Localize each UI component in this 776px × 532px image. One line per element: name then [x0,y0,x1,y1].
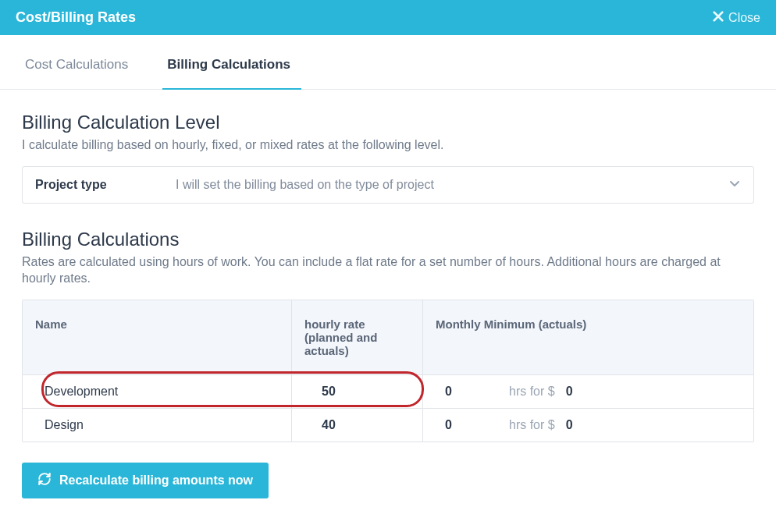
cell-name: Development [23,375,292,408]
refresh-icon [37,472,52,489]
col-header-name: Name [23,300,292,374]
tab-bar: Cost Calculations Billing Calculations [0,35,776,90]
min-hours-label: hrs for $ [509,385,555,399]
rates-table: Name hourly rate (planned and actuals) M… [22,300,754,442]
min-hours-input[interactable]: 0 [436,418,509,432]
min-amount-input[interactable]: 0 [555,418,573,432]
billing-calculations-subtext: Rates are calculated using hours of work… [22,254,754,287]
chevron-down-icon [728,177,741,193]
min-hours-label: hrs for $ [509,418,555,432]
billing-level-subtext: I calculate billing based on hourly, fix… [22,137,754,154]
billing-level-select-label: Project type [35,178,176,192]
modal-title: Cost/Billing Rates [16,9,136,26]
recalculate-label: Recalculate billing amounts now [59,473,253,488]
min-amount-input[interactable]: 0 [555,385,573,399]
cell-monthly-minimum: 0 hrs for $ 0 [423,375,753,408]
billing-calculations-section: Billing Calculations Rates are calculate… [22,229,754,498]
cell-name: Design [23,409,292,442]
billing-level-select[interactable]: Project type I will set the billing base… [22,166,754,204]
billing-level-section: Billing Calculation Level I calculate bi… [22,112,754,204]
table-row: Design 40 0 hrs for $ 0 [23,408,753,442]
billing-level-heading: Billing Calculation Level [22,112,754,133]
cell-hourly-rate[interactable]: 40 [292,409,423,442]
close-icon [713,11,724,25]
tab-billing-calculations[interactable]: Billing Calculations [162,49,301,90]
close-label: Close [728,11,760,25]
modal-header: Cost/Billing Rates Close [0,0,776,35]
tab-cost-calculations[interactable]: Cost Calculations [20,49,139,89]
billing-calculations-heading: Billing Calculations [22,229,754,250]
table-row: Development 50 0 hrs for $ 0 [23,374,753,408]
table-header-row: Name hourly rate (planned and actuals) M… [23,300,753,374]
col-header-rate: hourly rate (planned and actuals) [292,300,423,374]
billing-level-select-value: I will set the billing based on the type… [176,178,728,192]
content-area: Billing Calculation Level I calculate bi… [0,90,776,514]
recalculate-button[interactable]: Recalculate billing amounts now [22,463,269,498]
cell-hourly-rate[interactable]: 50 [292,375,423,408]
min-hours-input[interactable]: 0 [436,385,509,399]
close-button[interactable]: Close [713,11,760,25]
cell-monthly-minimum: 0 hrs for $ 0 [423,409,753,442]
col-header-minimum: Monthly Minimum (actuals) [423,300,753,374]
